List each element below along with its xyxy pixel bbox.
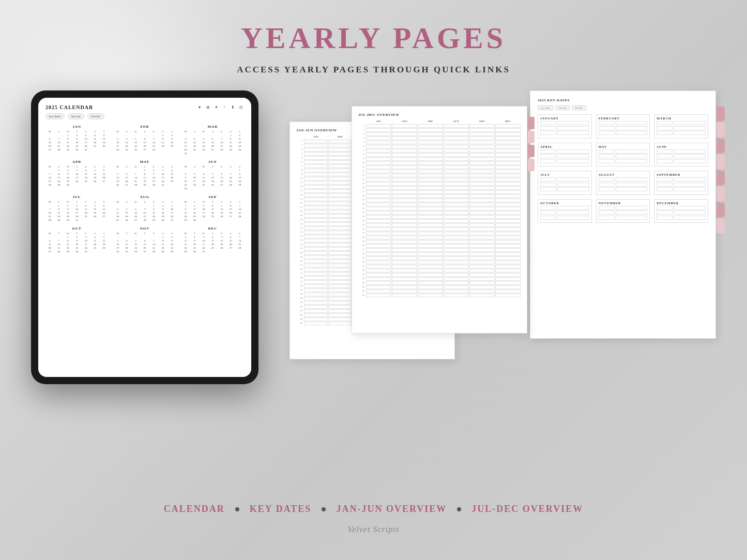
key-event-cell [557,159,589,163]
day-17: 17 [159,176,167,179]
day-28: 28 [226,183,235,186]
day-14: 14 [45,176,54,179]
day-31: 31 [167,218,176,221]
overview-cell [392,207,417,210]
day-header-w: W [64,130,72,133]
day-15: 15 [149,211,158,214]
day-6: 6 [141,239,149,242]
day-28: 28 [236,215,244,218]
overview-cell [469,186,495,190]
day-2: 2 [181,172,190,175]
day-29: 29 [159,250,167,253]
overview-cell [328,317,352,321]
key-month-february: FEBRUARY [596,114,650,139]
overview-cell [444,165,469,169]
overview-cell [495,178,521,181]
overview-cell [444,211,469,215]
overview-cell [469,145,495,148]
overview-cell [392,186,417,190]
key-row [657,206,706,210]
day-20: 20 [141,144,149,147]
overview-cell [304,280,328,284]
day-16: 16 [149,176,158,179]
day-25: 25 [90,144,99,147]
empty-cell [208,133,217,137]
day-header-t: T [72,232,81,235]
overview-cell [392,124,417,128]
day-27: 27 [208,148,217,151]
key-event-cell [674,187,706,191]
day-8: 8 [181,239,190,242]
overview-cell [366,165,391,169]
overview-cell [418,248,443,252]
day-header-w: W [131,130,140,133]
key-event-cell [557,183,589,187]
day-30: 30 [190,218,199,221]
overview-row: 21 [358,207,521,210]
overview-cell [495,232,521,235]
month-block-may: MAYMTWTFSS123456789101112131415161718192… [113,160,176,190]
day-17: 17 [113,144,121,147]
overview-cell [418,236,443,239]
day-9: 9 [190,239,199,242]
day-20: 20 [45,246,54,249]
overview-cell [392,294,417,297]
key-month-november: NOVEMBER [596,199,650,223]
overview-cell [304,160,328,164]
day-22: 22 [181,246,190,249]
day-4: 4 [208,235,217,238]
subtitle: ACCESS YEARLY PAGES THROUGH QUICK LINKS [0,65,747,75]
tablet-container: 2025 CALENDAR ♥ ⊞ ✦ ↑ ⬇ ⊡ key dates Jan-… [31,90,258,384]
overview-cell [366,174,391,177]
day-header-f: F [218,201,226,203]
tab-jan-jun-kd[interactable]: Jan-Jun [556,105,570,110]
overview-cell [418,219,443,223]
overview-cell [469,285,495,289]
empty-cell [181,169,190,172]
link-key-dates[interactable]: KEY DATES [250,504,312,514]
day-11: 11 [190,141,199,144]
link-jul-dec-overview[interactable]: JUL-DEC OVERVIEW [471,504,583,514]
day-7: 7 [236,235,244,238]
overview-cell [495,199,521,202]
nav-key-dates[interactable]: key dates [45,113,65,119]
overview-cell [328,218,352,222]
overview-cell [495,141,521,144]
day-header-w: W [200,201,208,203]
nav-jan-jun[interactable]: Jan-Jun [68,113,84,119]
key-event-cell [616,183,648,187]
tab-key-dates[interactable]: key dates [538,105,554,110]
overview-cell [418,244,443,248]
day-27: 27 [226,246,235,249]
overview-cell [392,153,417,157]
empty-cell [226,169,235,172]
day-header-t: T [190,130,199,133]
key-date-cell [657,187,673,191]
empty-cell [190,133,199,137]
link-calendar[interactable]: CALENDAR [164,504,225,514]
tablet-nav-bar[interactable]: key dates Jan-Jun Jul-Dec [45,113,244,119]
day-17: 17 [200,211,208,214]
day-20: 20 [45,144,54,147]
key-event-cell [674,121,706,125]
day-11: 11 [82,207,90,210]
nav-jul-dec[interactable]: Jul-Dec [87,113,104,119]
day-22: 22 [54,179,63,183]
overview-cell [469,256,495,260]
link-jan-jun-overview[interactable]: JAN-JUN OVERVIEW [336,504,447,514]
day-header-m: M [45,165,54,168]
overview-cell [418,141,443,144]
day-header-s: S [159,165,167,168]
day-9: 9 [190,207,199,210]
tab-jul-dec-kd[interactable]: Jul-Dec [572,105,586,110]
key-row [540,210,589,215]
empty-cell [149,235,158,238]
bottom-section: CALENDAR KEY DATES JAN-JUN OVERVIEW JUL-… [0,504,747,534]
overview-cell [444,178,469,181]
overview-cell [444,236,469,239]
overview-cell [328,276,352,280]
day-23: 23 [149,179,158,183]
day-4: 4 [82,169,90,172]
key-row [540,216,589,220]
key-dates-months-grid: JANUARYFEBRUARYMARCHAPRILMAYJUNEJULYAUGU… [538,114,708,223]
